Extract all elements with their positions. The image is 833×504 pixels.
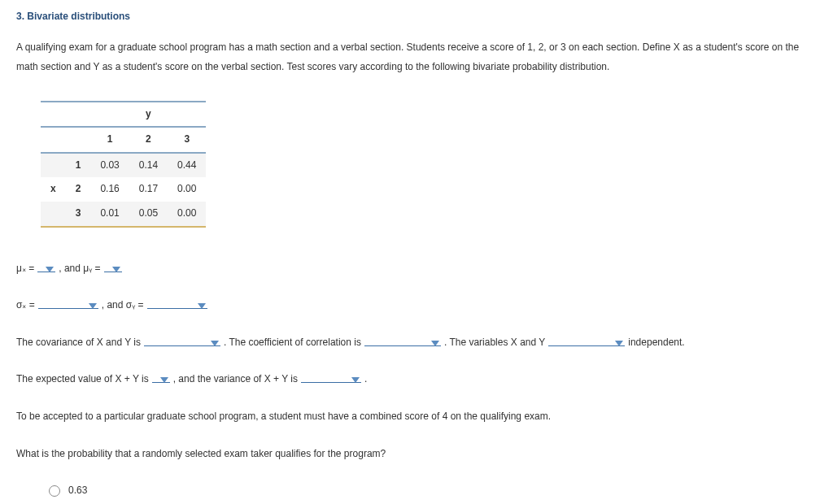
var-dropdown[interactable] [301,376,361,383]
y-header: 3 [168,127,206,153]
cell: 0.01 [90,202,129,227]
exp-dropdown[interactable] [152,376,170,383]
x-header: 1 [66,153,91,178]
chevron-down-icon [351,377,360,383]
cov-line: The covariance of X and Y is . The coeff… [16,334,817,352]
sigy-dropdown[interactable] [147,302,207,309]
muy-dropdown[interactable] [104,266,122,272]
indep-dropdown[interactable] [548,340,625,346]
bivariate-table: y 1 2 3 1 0.03 0.14 0.44 x 2 0.16 0.17 0… [41,101,206,228]
chevron-down-icon [112,267,120,272]
prob-question: What is the probability that a randomly … [16,445,817,463]
sigy-label: , and σᵧ = [102,297,144,315]
chevron-down-icon [160,377,168,383]
muy-label: , and μᵧ = [59,260,100,278]
var-label: , and the variance of X + Y is [173,371,298,389]
expvar-line: The expected value of X + Y is , and the… [16,371,817,389]
cell: 0.17 [129,177,168,202]
chevron-down-icon [198,303,206,309]
corr-dropdown[interactable] [364,340,441,346]
sd-line: σₓ = , and σᵧ = [16,297,817,315]
vars-label: . The variables X and Y [444,334,545,352]
mux-label: μₓ = [16,260,34,278]
radio-icon [49,485,60,497]
cell: 0.16 [90,177,129,202]
accept-text: To be accepted to a particular graduate … [16,408,817,426]
x-header: 2 [66,177,91,202]
chevron-down-icon [46,267,54,272]
mean-line: μₓ = , and μᵧ = [16,260,817,278]
cell: 0.00 [168,177,206,202]
x-axis-label: x [41,177,66,202]
chevron-down-icon [431,341,439,346]
sigx-label: σₓ = [16,297,35,315]
indep-suffix: independent. [628,334,684,352]
exp-label: The expected value of X + Y is [16,371,149,389]
option-label: 0.63 [68,482,87,500]
cov-dropdown[interactable] [144,340,220,346]
cell: 0.14 [129,153,168,178]
cell: 0.05 [129,202,168,227]
mux-dropdown[interactable] [37,266,55,272]
section-heading: 3. Bivariate distributions [16,8,817,26]
cell: 0.03 [90,153,129,178]
period: . [364,371,367,389]
cov-label: The covariance of X and Y is [16,334,141,352]
corr-label: . The coefficient of correlation is [224,334,361,352]
intro-text: A qualifying exam for a graduate school … [16,37,817,76]
cell: 0.44 [168,153,206,178]
y-axis-label: y [129,102,168,128]
cell: 0.00 [168,202,206,227]
option-a[interactable]: 0.63 [49,482,817,500]
sigx-dropdown[interactable] [38,302,98,309]
y-header: 2 [129,127,168,153]
x-header: 3 [66,202,91,227]
chevron-down-icon [615,341,623,346]
y-header: 1 [90,127,129,153]
chevron-down-icon [211,341,219,346]
chevron-down-icon [89,303,97,309]
